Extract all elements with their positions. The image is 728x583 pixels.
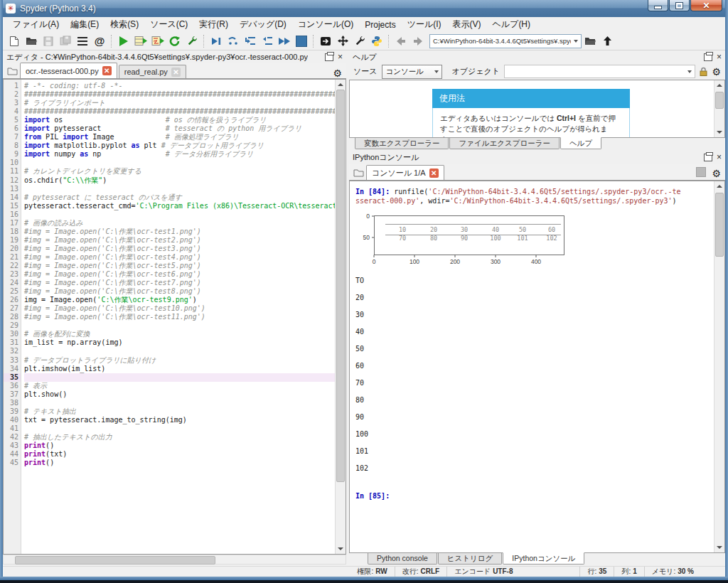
close-pane-icon[interactable]: × bbox=[717, 154, 722, 161]
code-area[interactable]: # -*- coding: utf-8 -*-#################… bbox=[21, 80, 335, 554]
fullscreen-button[interactable] bbox=[334, 33, 351, 49]
menu-item[interactable]: 表示(V) bbox=[447, 17, 487, 32]
menu-item[interactable]: コンソール(O) bbox=[292, 17, 359, 32]
editor-tab[interactable]: ocr.-tesseract-000.py✕ bbox=[20, 63, 117, 78]
code-line: #img = Image.open('C:\作業\ocr-test3.png') bbox=[24, 245, 335, 253]
code-line: import pytesseract # tesseract の python … bbox=[24, 124, 335, 133]
forward-button[interactable] bbox=[410, 33, 427, 49]
help-options-gear-icon[interactable]: ⚙ bbox=[712, 67, 721, 77]
menu-item[interactable]: ソース(C) bbox=[144, 17, 193, 32]
save-all-button[interactable] bbox=[57, 33, 74, 49]
menu-item[interactable]: ツール(I) bbox=[402, 17, 447, 32]
menu-item[interactable]: Projects bbox=[359, 18, 401, 31]
browse-directory-button[interactable] bbox=[582, 33, 599, 49]
panel-tab[interactable]: 変数エクスプローラー bbox=[355, 138, 449, 149]
console-prompt-85[interactable]: In [85]: bbox=[355, 491, 714, 501]
code-line: #img = Image.open('C:\作業\ocr-test7.png') bbox=[24, 279, 335, 287]
undock-pane-icon[interactable] bbox=[704, 154, 712, 161]
menu-item[interactable]: 検索(S) bbox=[105, 17, 144, 32]
step-into-button[interactable] bbox=[242, 33, 259, 49]
close-button[interactable]: ✕ bbox=[690, 0, 722, 11]
menu-item[interactable]: ファイル(A) bbox=[7, 17, 65, 32]
run-configuration-button[interactable] bbox=[183, 33, 200, 49]
code-line: os.chdir("C:\\作業") bbox=[24, 176, 335, 185]
editor-vertical-scrollbar[interactable] bbox=[335, 80, 346, 554]
scroll-up-arrow[interactable] bbox=[336, 80, 346, 90]
file-switcher-button[interactable] bbox=[74, 33, 91, 49]
code-line: # カレントディレクトリを変更する bbox=[24, 167, 335, 176]
help-vertical-scrollbar[interactable] bbox=[714, 80, 724, 137]
panel-tab[interactable]: ヘルプ bbox=[560, 137, 601, 149]
menu-item[interactable]: デバッグ(D) bbox=[234, 17, 292, 32]
debug-button[interactable] bbox=[208, 33, 225, 49]
console-body[interactable]: In [84]: runfile('C:/WinPython-64bit-3.4… bbox=[349, 181, 725, 553]
line-number: 20 bbox=[4, 245, 21, 253]
scroll-up-arrow[interactable] bbox=[714, 181, 724, 191]
working-directory-combobox[interactable]: C:¥WinPython-64bit-3.4.4.6Qt5¥settings¥.… bbox=[429, 34, 582, 48]
symbol-finder-button[interactable]: @ bbox=[91, 33, 108, 49]
right-column: ヘルプ × ソース コンソール オブジェクト ⚙ bbox=[349, 50, 725, 566]
minimize-button[interactable] bbox=[648, 0, 668, 11]
editor-body[interactable]: 1234567891011121314151617181920212223242… bbox=[3, 79, 346, 555]
browse-tabs-icon[interactable] bbox=[4, 64, 20, 78]
console-vertical-scrollbar[interactable] bbox=[714, 181, 724, 552]
help-object-combobox[interactable] bbox=[504, 65, 695, 78]
parent-directory-button[interactable] bbox=[599, 33, 616, 49]
stop-debug-button[interactable] bbox=[293, 33, 310, 49]
preferences-wrench-button[interactable] bbox=[351, 33, 368, 49]
svg-text:102: 102 bbox=[546, 235, 557, 242]
svg-text:300: 300 bbox=[491, 258, 500, 265]
line-number: 41 bbox=[4, 424, 21, 433]
new-file-button[interactable] bbox=[6, 33, 23, 49]
interrupt-kernel-icon[interactable] bbox=[696, 167, 706, 177]
undock-pane-icon[interactable] bbox=[325, 53, 333, 61]
scroll-down-arrow[interactable] bbox=[336, 544, 346, 554]
run-cell-advance-button[interactable] bbox=[149, 33, 166, 49]
lock-icon[interactable] bbox=[700, 67, 707, 76]
maximize-button[interactable] bbox=[669, 0, 690, 11]
console-panel-tab[interactable]: ヒストリログ bbox=[438, 553, 502, 565]
close-tab-icon[interactable]: ✕ bbox=[171, 68, 181, 77]
toolbar-separator bbox=[313, 35, 314, 48]
console-tab[interactable]: コンソール 1/A ✕ bbox=[366, 165, 444, 180]
scroll-down-arrow[interactable] bbox=[714, 542, 724, 552]
line-number: 17 bbox=[4, 219, 21, 228]
scroll-down-arrow[interactable] bbox=[714, 127, 724, 137]
editor-options-gear-icon[interactable]: ⚙ bbox=[333, 68, 342, 78]
menu-item[interactable]: 編集(E) bbox=[65, 17, 105, 32]
rerun-button[interactable] bbox=[166, 33, 183, 49]
title-bar[interactable]: ✳ Spyder (Python 3.4) ✕ bbox=[0, 0, 728, 17]
back-button[interactable] bbox=[392, 33, 410, 49]
run-cell-button[interactable] bbox=[132, 33, 149, 49]
run-button[interactable] bbox=[115, 33, 132, 49]
panel-tab[interactable]: ファイルエクスプローラー bbox=[449, 138, 559, 149]
svg-text:80: 80 bbox=[430, 235, 437, 242]
status-item: エンコードUTF-8 bbox=[446, 567, 520, 577]
menu-item[interactable]: ヘルプ(H) bbox=[487, 17, 537, 32]
scroll-up-arrow[interactable] bbox=[714, 80, 724, 90]
continue-button[interactable] bbox=[276, 33, 293, 49]
save-button[interactable] bbox=[40, 33, 57, 49]
console-panel-tab[interactable]: Python console bbox=[368, 553, 437, 565]
undock-pane-icon[interactable] bbox=[704, 53, 712, 61]
editor-horizontal-scrollbar[interactable] bbox=[3, 555, 346, 565]
step-return-button[interactable] bbox=[259, 33, 276, 49]
console-options-gear-icon[interactable]: ⚙ bbox=[712, 169, 721, 178]
editor-tab[interactable]: read_real.py✕ bbox=[119, 65, 186, 78]
close-tab-icon[interactable]: ✕ bbox=[102, 66, 112, 75]
menu-item[interactable]: 実行(R) bbox=[193, 17, 234, 32]
python-path-button[interactable] bbox=[368, 33, 385, 49]
close-pane-icon[interactable]: × bbox=[338, 53, 343, 60]
help-source-combobox[interactable]: コンソール bbox=[382, 65, 442, 79]
maximize-pane-button[interactable] bbox=[317, 33, 334, 49]
close-pane-icon[interactable]: × bbox=[717, 53, 722, 60]
line-number: 11 bbox=[4, 167, 21, 176]
open-file-button[interactable] bbox=[23, 33, 40, 49]
close-tab-icon[interactable]: ✕ bbox=[429, 169, 439, 178]
line-number: 8 bbox=[4, 141, 21, 150]
console-panel-tab[interactable]: IPythonコンソール bbox=[503, 552, 584, 565]
chevron-down-icon bbox=[434, 70, 439, 73]
browse-tabs-icon[interactable] bbox=[350, 166, 366, 180]
step-over-button[interactable] bbox=[225, 33, 242, 49]
chevron-down-icon[interactable] bbox=[574, 40, 578, 43]
